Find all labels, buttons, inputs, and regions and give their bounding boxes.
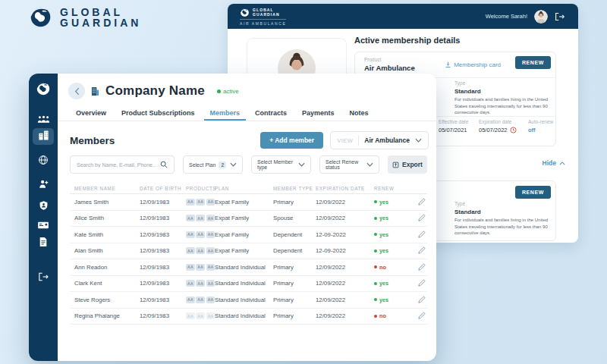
product-badge: AA xyxy=(206,264,215,271)
column-header: RENEW xyxy=(374,186,410,191)
cell-plan: Expat Family xyxy=(215,199,273,206)
cell-renew: yes xyxy=(374,199,410,206)
sidebar-item-coverage-globe[interactable] xyxy=(29,154,58,169)
cell-products: AAAAAA xyxy=(186,312,215,319)
logo-line2: GUARDIAN xyxy=(253,12,280,17)
edit-pencil-icon[interactable] xyxy=(417,214,426,222)
chevron-left-icon xyxy=(74,87,80,96)
cell-member-type: Primary xyxy=(273,199,316,206)
edit-member-button[interactable] xyxy=(410,296,427,304)
renew-status-dot xyxy=(374,200,377,203)
cell-renew: no xyxy=(374,312,410,319)
sidebar-logo[interactable] xyxy=(29,81,58,96)
table-row: Alice Smith12/09/1983AAAAAAExpat FamilyS… xyxy=(70,211,427,228)
search-icon[interactable] xyxy=(160,161,168,168)
cell-renew: yes xyxy=(374,280,410,287)
edit-member-button[interactable] xyxy=(410,231,427,239)
table-row: Alan Smith12/09/1983AAAAAAExpat FamilyDe… xyxy=(70,243,427,260)
sidebar-item-documents[interactable] xyxy=(29,236,58,251)
cell-dob: 12/09/1983 xyxy=(140,264,186,271)
tab-overview[interactable]: Overview xyxy=(70,106,112,121)
edit-member-button[interactable] xyxy=(410,246,427,255)
sidebar-item-logout[interactable] xyxy=(29,270,58,285)
cell-renew: yes xyxy=(374,247,410,254)
filter-select-plan[interactable]: Select Plan2 xyxy=(183,155,243,174)
cell-plan: Standard Individual xyxy=(215,280,273,287)
renew-button-1[interactable]: RENEW xyxy=(515,56,551,69)
tab-payments[interactable]: Payments xyxy=(296,106,341,121)
user-avatar[interactable] xyxy=(534,10,548,24)
status-badge: active xyxy=(217,88,239,95)
documents-icon xyxy=(39,237,48,250)
type-description: For individuals and families living in t… xyxy=(454,96,553,116)
column-header: MEMBER TYPE xyxy=(273,186,316,191)
product-badge: AA xyxy=(186,247,195,254)
tab-contracts[interactable]: Contracts xyxy=(249,106,293,121)
renew-status-dot xyxy=(374,233,377,236)
edit-pencil-icon[interactable] xyxy=(417,279,426,287)
cell-member-name: Steve Rogers xyxy=(70,297,140,303)
edit-member-button[interactable] xyxy=(410,263,427,271)
back-window-logo: GLOBAL GUARDIAN AIR AMBULANCE xyxy=(240,8,286,26)
cell-renew: yes xyxy=(374,231,410,238)
cell-products: AAAAAA xyxy=(186,264,215,271)
membership-card-link[interactable]: Membership card xyxy=(445,61,501,68)
cell-member-name: Ann Readon xyxy=(70,264,140,271)
edit-pencil-icon[interactable] xyxy=(417,231,426,239)
tab-product-subscriptions[interactable]: Product Subscriptions xyxy=(115,106,201,121)
cell-dob: 12/09/1983 xyxy=(140,312,186,319)
auto-renew-toggle[interactable]: off xyxy=(528,127,553,133)
product-badge: AA xyxy=(196,231,205,238)
cell-products: AAAAAA xyxy=(186,247,215,254)
sidebar-item-security[interactable] xyxy=(29,199,58,215)
cell-member-name: James Smith xyxy=(70,199,140,206)
export-button[interactable]: Export xyxy=(388,155,427,174)
edit-pencil-icon[interactable] xyxy=(417,246,426,255)
sidebar-item-companies[interactable] xyxy=(33,128,54,145)
page-title: Company Name xyxy=(105,83,205,99)
edit-pencil-icon[interactable] xyxy=(417,198,426,206)
filter-select-renew-status[interactable]: Select Renew status xyxy=(319,155,379,174)
column-header: PLAN xyxy=(215,186,273,191)
sidebar-item-membership-cards[interactable] xyxy=(29,218,58,234)
product-badge: AA xyxy=(196,280,205,287)
cell-member-type: Dependent xyxy=(273,231,316,238)
edit-pencil-icon[interactable] xyxy=(417,312,426,320)
filter-select-member-type[interactable]: Select Member type xyxy=(251,155,311,174)
view-selector[interactable]: VIEW Air Ambulance xyxy=(330,131,429,149)
status-dot xyxy=(217,89,221,93)
product-badge: AA xyxy=(196,247,205,254)
cell-member-name: Alan Smith xyxy=(70,247,140,254)
cell-member-name: Alice Smith xyxy=(70,215,140,221)
product-badge: AA xyxy=(186,312,195,319)
brand-name: GLOBAL GUARDIAN xyxy=(60,7,141,28)
plan-type-info: Type Standard For individuals and famili… xyxy=(454,80,553,116)
welcome-text: Welcome Sarah! xyxy=(486,13,527,20)
search-input[interactable] xyxy=(77,162,156,168)
edit-member-button[interactable] xyxy=(410,279,427,287)
brand-logo: GLOBAL GUARDIAN xyxy=(29,5,141,29)
edit-member-button[interactable] xyxy=(410,198,427,206)
back-button[interactable] xyxy=(68,83,85,99)
add-member-button[interactable]: + Add member xyxy=(260,132,323,149)
tab-members[interactable]: Members xyxy=(204,106,247,121)
renew-button-2[interactable]: RENEW xyxy=(515,186,551,199)
edit-member-button[interactable] xyxy=(410,214,427,222)
edit-pencil-icon[interactable] xyxy=(417,296,426,304)
edit-pencil-icon[interactable] xyxy=(417,263,426,271)
edit-member-button[interactable] xyxy=(410,312,427,320)
logo-product-name: AIR AMBULANCE xyxy=(240,19,286,26)
plan-type-info-2: Type Standard For individuals and famili… xyxy=(454,201,553,237)
chevron-down-icon xyxy=(366,162,373,167)
sidebar-item-add-person[interactable] xyxy=(29,178,58,193)
sidebar-item-members-group[interactable] xyxy=(29,113,58,128)
product-badge: AA xyxy=(186,280,195,287)
product-badge: AA xyxy=(206,247,215,254)
tab-notes[interactable]: Notes xyxy=(344,106,375,121)
hide-link[interactable]: Hide xyxy=(543,159,565,167)
table-header: MEMBER NAMEDATE OF BIRTHPRODUCTSPLANMEMB… xyxy=(70,183,427,194)
auto-renew: Auto-renew off xyxy=(528,119,553,133)
logout-icon[interactable] xyxy=(555,12,565,21)
product-value: Air Ambulance xyxy=(364,64,415,72)
cell-dob: 12/09/1983 xyxy=(140,297,186,303)
